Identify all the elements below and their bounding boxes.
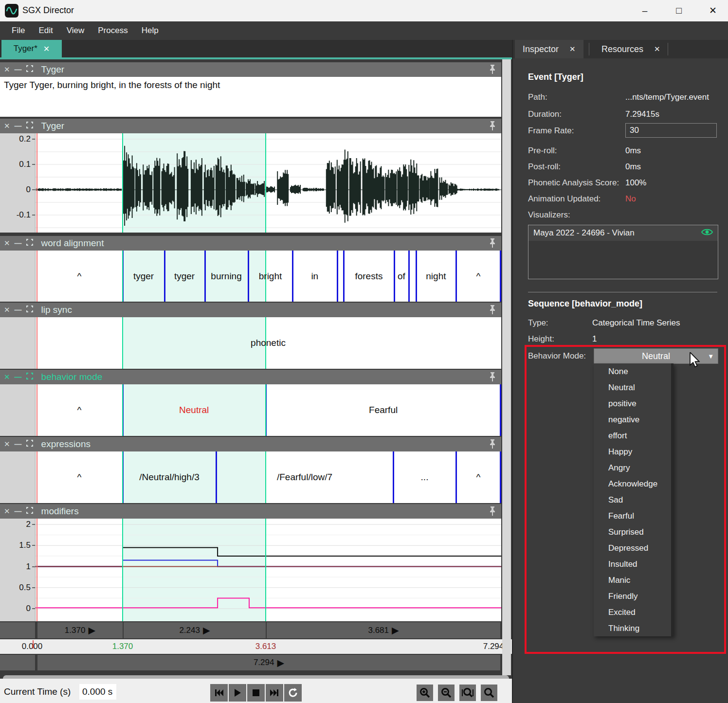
dropdown-item-excited[interactable]: Excited xyxy=(594,604,673,620)
vertical-scrollbar[interactable] xyxy=(502,59,511,675)
dropdown-item-positive[interactable]: positive xyxy=(594,396,673,412)
track-body-modifiers[interactable]: 21.510.50 xyxy=(0,519,501,621)
playhead-line[interactable] xyxy=(36,384,37,436)
loop-button[interactable] xyxy=(284,684,302,702)
menu-item-process[interactable]: Process xyxy=(91,21,134,40)
menu-item-view[interactable]: View xyxy=(60,21,91,40)
segment-boundary[interactable] xyxy=(455,451,457,503)
selection-edge-line[interactable] xyxy=(122,384,123,436)
maximize-button[interactable]: □ xyxy=(668,3,690,18)
maximize-track-icon[interactable] xyxy=(26,370,33,384)
track-body-behavior-mode[interactable]: ^NeutralFearful xyxy=(0,384,501,436)
dropdown-item-acknowledge[interactable]: Acknowledge xyxy=(594,476,673,492)
track-header-behavior-mode[interactable]: ✕— behavior mode xyxy=(0,370,501,384)
maximize-track-icon[interactable] xyxy=(26,504,33,519)
tab-resources[interactable]: Resources ✕ xyxy=(594,40,668,58)
segment-boundary[interactable] xyxy=(216,451,217,503)
dropdown-item-depressed[interactable]: Depressed xyxy=(594,540,673,556)
playhead-line[interactable] xyxy=(36,133,37,233)
play-segment-icon[interactable]: ▶ xyxy=(277,657,284,668)
selection-edge-line[interactable] xyxy=(122,133,123,233)
track-header-lip-sync[interactable]: ✕— lip sync xyxy=(0,303,501,317)
dropdown-item-sad[interactable]: Sad xyxy=(594,492,673,508)
minimize-track-icon[interactable]: — xyxy=(15,437,22,451)
track-body-lip-sync[interactable]: phonetic xyxy=(0,317,501,369)
zoom-to-selection-button[interactable] xyxy=(459,685,476,701)
dropdown-item-neutral[interactable]: Neutral xyxy=(594,379,673,396)
zoom-out-button[interactable] xyxy=(438,685,455,701)
tab-inspector[interactable]: Inspector ✕ xyxy=(515,40,583,58)
segment-boundary[interactable] xyxy=(337,251,338,302)
close-track-icon[interactable]: ✕ xyxy=(4,236,10,251)
selection-edge-line[interactable] xyxy=(265,519,266,621)
tab-tyger[interactable]: Tyger* ✕ xyxy=(1,40,62,57)
visualizer-item[interactable]: Maya 2022 - 24696 - Vivian xyxy=(528,225,718,241)
pin-icon[interactable] xyxy=(489,506,496,519)
tab-close-icon[interactable]: ✕ xyxy=(569,45,576,54)
minimize-track-icon[interactable]: — xyxy=(15,236,22,251)
pin-icon[interactable] xyxy=(489,305,496,317)
playhead-line[interactable] xyxy=(36,451,37,503)
menu-item-edit[interactable]: Edit xyxy=(32,21,59,40)
selection-edge-line[interactable] xyxy=(122,519,123,621)
skip-to-start-button[interactable] xyxy=(210,684,228,702)
zoom-in-button[interactable] xyxy=(417,685,433,701)
maximize-track-icon[interactable] xyxy=(26,119,33,133)
tab-close-icon[interactable]: ✕ xyxy=(654,45,660,54)
close-track-icon[interactable]: ✕ xyxy=(4,303,10,317)
dropdown-scrollbar[interactable] xyxy=(671,363,673,636)
segment-boundary[interactable] xyxy=(500,451,501,503)
dropdown-item-angry[interactable]: Angry xyxy=(594,460,673,476)
segment-boundary[interactable] xyxy=(204,251,206,302)
play-button[interactable] xyxy=(229,684,246,702)
maximize-track-icon[interactable] xyxy=(26,303,33,317)
close-track-icon[interactable]: ✕ xyxy=(4,119,10,133)
pin-icon[interactable] xyxy=(489,439,496,451)
timeline-total-row[interactable]: 7.294▶ xyxy=(0,655,501,670)
track-header-word-alignment[interactable]: ✕— word alignment xyxy=(0,236,501,251)
segment-boundary[interactable] xyxy=(164,251,165,302)
minimize-track-icon[interactable]: — xyxy=(15,370,22,384)
dropdown-item-negative[interactable]: negative xyxy=(594,412,673,428)
maximize-track-icon[interactable] xyxy=(26,62,33,77)
timeline-ruler[interactable]: 0.0001.3703.6137.294 xyxy=(0,639,512,654)
playhead-line[interactable] xyxy=(36,251,37,302)
timeline-segment[interactable]: 7.294▶ xyxy=(36,655,500,670)
pin-icon[interactable] xyxy=(489,64,496,77)
close-button[interactable]: ✕ xyxy=(702,3,724,18)
stop-button[interactable] xyxy=(247,684,265,702)
dropdown-item-friendly[interactable]: Friendly xyxy=(594,588,673,604)
frame-rate-input[interactable] xyxy=(625,123,717,138)
close-track-icon[interactable]: ✕ xyxy=(4,370,10,384)
visualizers-list[interactable]: Maya 2022 - 24696 - Vivian xyxy=(528,225,718,279)
close-track-icon[interactable]: ✕ xyxy=(4,504,10,519)
segment-boundary[interactable] xyxy=(393,451,394,503)
segment-boundary[interactable] xyxy=(343,251,345,302)
selection-edge-line[interactable] xyxy=(265,133,266,233)
close-track-icon[interactable]: ✕ xyxy=(4,62,10,77)
track-header-waveform[interactable]: ✕— Tyger xyxy=(0,119,501,133)
dropdown-item-insulted[interactable]: Insulted xyxy=(594,556,673,572)
play-segment-icon[interactable]: ▶ xyxy=(88,625,95,636)
playhead-line[interactable] xyxy=(36,317,37,369)
segment-boundary[interactable] xyxy=(500,384,501,436)
dropdown-item-surprised[interactable]: Surprised xyxy=(594,524,673,540)
minimize-track-icon[interactable]: — xyxy=(15,62,22,77)
play-segment-icon[interactable]: ▶ xyxy=(392,625,399,636)
track-body-waveform[interactable]: 0.20.10-0.1 xyxy=(0,133,501,233)
segment-boundary[interactable] xyxy=(292,251,293,302)
timeline-segment-durations-row[interactable]: 1.370▶2.243▶3.681▶ xyxy=(0,622,501,638)
close-track-icon[interactable]: ✕ xyxy=(4,437,10,451)
selection-edge-line[interactable] xyxy=(265,451,266,503)
track-body-word-alignment[interactable]: ^tygertygerburningbrightinforestsofnight… xyxy=(0,251,501,302)
track-header-modifiers[interactable]: ✕— modifiers xyxy=(0,504,501,519)
segment-boundary[interactable] xyxy=(416,251,417,302)
dropdown-item-fearful[interactable]: Fearful xyxy=(594,508,673,524)
selection-edge-line[interactable] xyxy=(265,384,266,436)
timeline-segment[interactable]: 2.243▶ xyxy=(123,622,266,638)
segment-boundary[interactable] xyxy=(500,251,501,302)
dropdown-item-thinking[interactable]: Thinking xyxy=(594,620,673,636)
dropdown-item-manic[interactable]: Manic xyxy=(594,572,673,588)
pin-icon[interactable] xyxy=(489,238,496,251)
segment-boundary[interactable] xyxy=(394,251,395,302)
